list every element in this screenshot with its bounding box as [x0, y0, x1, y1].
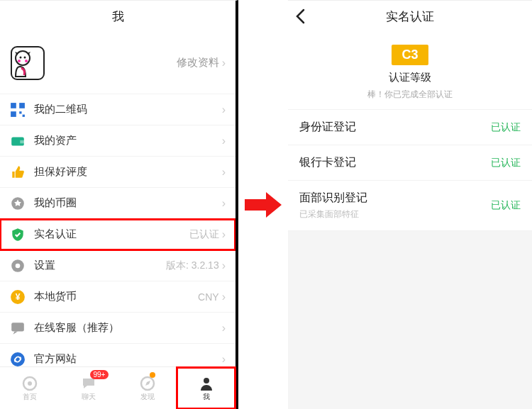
cert-sub: 已采集面部特征 — [299, 208, 491, 220]
cert-row[interactable]: 身份证登记已认证 — [288, 110, 532, 145]
chevron-right-icon: › — [222, 291, 226, 303]
svg-point-4 — [18, 60, 21, 62]
avatar — [10, 45, 45, 81]
menu-value: CNY — [198, 291, 219, 303]
edit-profile-link[interactable]: 修改资料 › — [177, 56, 226, 69]
left-screen: 我 修改资料 › 我的二维码›我的资产›担保好评度›我的币圈›实名认证已认证›设… — [0, 0, 238, 409]
chevron-right-icon: › — [222, 57, 226, 69]
chevron-right-icon: › — [222, 259, 226, 272]
svg-point-15 — [16, 263, 21, 268]
cert-row[interactable]: 银行卡登记已认证 — [288, 145, 532, 181]
link-icon — [10, 352, 26, 367]
qr-icon — [10, 102, 26, 118]
menu-row-chat[interactable]: 在线客服（推荐）› — [0, 313, 235, 344]
svg-text:¥: ¥ — [16, 292, 21, 302]
chevron-right-icon: › — [222, 353, 226, 366]
tab-label: 首页 — [23, 392, 37, 402]
menu-row-qr[interactable]: 我的二维码› — [0, 94, 235, 125]
menu-value: 版本: 3.2.13 — [166, 259, 219, 272]
home-icon — [21, 375, 38, 392]
svg-point-3 — [24, 56, 26, 58]
menu-label: 我的币圈 — [34, 196, 222, 210]
profile-row[interactable]: 修改资料 › — [0, 32, 235, 94]
cert-status: 已认证 — [491, 157, 521, 169]
tab-chat[interactable]: 99+聊天 — [59, 367, 118, 409]
tab-label: 我 — [203, 392, 210, 402]
menu-label: 设置 — [34, 259, 166, 272]
chevron-right-icon: › — [222, 197, 226, 210]
cert-summary: C3 认证等级 棒！你已完成全部认证 — [288, 32, 532, 110]
menu-row-circle[interactable]: 我的币圈› — [0, 188, 235, 219]
cert-title: 银行卡登记 — [299, 155, 491, 170]
menu-row-link[interactable]: 官方网站› — [0, 344, 235, 366]
cert-row[interactable]: 面部识别登记已采集面部特征已认证 — [288, 181, 532, 231]
svg-point-21 — [28, 381, 32, 386]
cert-level-label: 认证等级 — [288, 71, 532, 84]
shield-icon — [10, 227, 26, 242]
menu-label: 官方网站 — [34, 352, 222, 366]
svg-point-23 — [204, 378, 209, 383]
right-title: 实名认证 — [386, 9, 434, 25]
right-empty-area — [288, 231, 532, 409]
svg-point-19 — [11, 352, 25, 366]
svg-point-5 — [25, 60, 28, 62]
menu-label: 实名认证 — [34, 228, 189, 241]
thumb-icon — [10, 164, 26, 180]
tab-label: 发现 — [140, 392, 155, 402]
menu-label: 本地货币 — [34, 290, 198, 303]
me-icon — [198, 375, 215, 392]
menu-label: 我的资产 — [34, 134, 222, 147]
left-title: 我 — [112, 9, 124, 25]
svg-rect-18 — [11, 323, 24, 331]
tab-bar: 首页99+聊天发现我 — [0, 366, 235, 409]
cert-list: 身份证登记已认证银行卡登记已认证面部识别登记已采集面部特征已认证 — [288, 110, 532, 231]
circle-icon — [10, 196, 26, 211]
tab-home[interactable]: 首页 — [0, 367, 59, 409]
notification-dot — [150, 372, 155, 378]
menu-value: 已认证 — [189, 228, 219, 241]
svg-rect-8 — [11, 111, 16, 117]
svg-rect-7 — [19, 103, 25, 108]
chevron-right-icon: › — [222, 166, 226, 179]
menu-row-wallet[interactable]: 我的资产› — [0, 125, 235, 157]
chevron-right-icon: › — [222, 135, 226, 147]
back-button[interactable] — [295, 1, 305, 32]
menu-row-shield[interactable]: 实名认证已认证› — [0, 219, 235, 250]
svg-point-2 — [20, 56, 22, 58]
menu-row-coin[interactable]: ¥本地货币CNY› — [0, 281, 235, 313]
menu-row-thumb[interactable]: 担保好评度› — [0, 157, 235, 188]
cert-msg: 棒！你已完成全部认证 — [288, 89, 532, 101]
chevron-right-icon: › — [222, 322, 226, 335]
menu-list: 我的二维码›我的资产›担保好评度›我的币圈›实名认证已认证›设置版本: 3.2.… — [0, 94, 235, 366]
cert-title: 身份证登记 — [299, 120, 491, 135]
menu-label: 在线客服（推荐） — [34, 321, 222, 335]
cert-status: 已认证 — [491, 121, 521, 134]
cert-status: 已认证 — [491, 199, 521, 212]
wallet-icon — [10, 133, 26, 149]
chevron-right-icon: › — [222, 103, 226, 116]
tab-me[interactable]: 我 — [177, 367, 235, 409]
cert-badge: C3 — [392, 45, 428, 65]
svg-rect-6 — [11, 103, 16, 108]
transition-arrow — [238, 0, 288, 409]
svg-rect-9 — [19, 111, 21, 113]
coin-icon: ¥ — [10, 289, 26, 305]
right-header: 实名认证 — [288, 1, 532, 32]
badge: 99+ — [90, 370, 109, 379]
svg-rect-10 — [23, 114, 25, 116]
chat-icon — [10, 320, 26, 336]
right-screen: 实名认证 C3 认证等级 棒！你已完成全部认证 身份证登记已认证银行卡登记已认证… — [288, 0, 532, 409]
menu-row-gear[interactable]: 设置版本: 3.2.13› — [0, 250, 235, 281]
left-header: 我 — [0, 1, 235, 32]
gear-icon — [10, 258, 26, 274]
menu-label: 我的二维码 — [34, 103, 222, 116]
menu-label: 担保好评度 — [34, 165, 222, 179]
chevron-right-icon: › — [222, 228, 226, 241]
tab-label: 聊天 — [82, 392, 96, 402]
svg-rect-12 — [20, 140, 25, 142]
cert-title: 面部识别登记 — [299, 191, 491, 206]
tab-discover[interactable]: 发现 — [118, 367, 177, 409]
